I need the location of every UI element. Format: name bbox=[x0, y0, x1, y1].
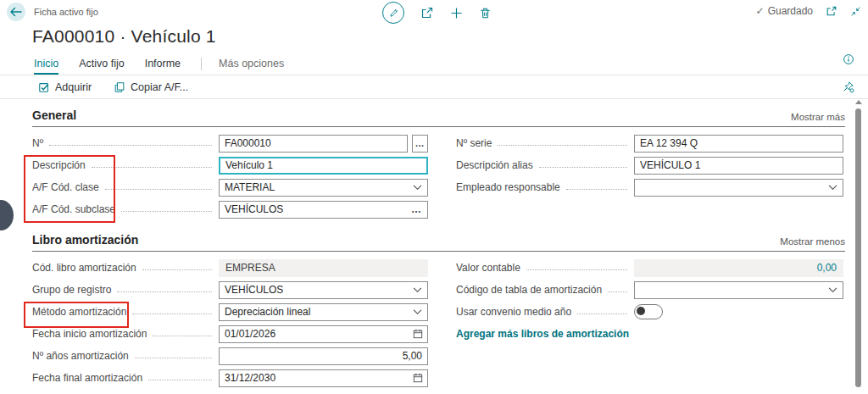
tab-divider bbox=[201, 58, 202, 70]
metodo-amortizacion-dropdown[interactable]: Depreciación lineal bbox=[219, 303, 428, 321]
field-codigo-tabla: Código de tabla de amortización bbox=[456, 279, 843, 301]
dotted-leader bbox=[92, 167, 212, 168]
copy-icon bbox=[114, 81, 125, 93]
af-cod-subclase-lookup[interactable]: VEHÍCULOS … bbox=[219, 201, 428, 219]
save-status: ✓ Guardado bbox=[756, 5, 813, 17]
tab-strip: Inicio Activo fijo Informe Más opciones bbox=[0, 47, 868, 75]
share-icon bbox=[420, 6, 434, 19]
field-grupo-registro: Grupo de registro VEHÍCULOS bbox=[32, 279, 428, 301]
scrollbar-thumb[interactable] bbox=[855, 108, 861, 387]
field-af-cod-subclase: A/F Cód. subclase VEHÍCULOS … bbox=[32, 198, 428, 220]
show-more-link[interactable]: Mostrar más bbox=[791, 112, 845, 122]
delete-button[interactable] bbox=[479, 7, 492, 19]
copiar-af-action[interactable]: Copiar A/F... bbox=[114, 81, 188, 93]
agregar-libros-link[interactable]: Agregar más libros de amortización bbox=[456, 328, 629, 340]
tab-inicio[interactable]: Inicio bbox=[34, 58, 58, 75]
af-cod-subclase-label: A/F Cód. subclase bbox=[32, 203, 115, 215]
show-less-link[interactable]: Mostrar menos bbox=[780, 236, 845, 247]
page-title: FA000010 · Vehículo 1 bbox=[32, 26, 868, 47]
af-cod-clase-dropdown[interactable]: MATERIAL bbox=[219, 179, 428, 197]
dotted-leader bbox=[608, 291, 627, 292]
field-metodo-amortizacion: Método amortización Depreciación lineal bbox=[32, 301, 428, 323]
adquirir-label: Adquirir bbox=[55, 81, 92, 93]
codigo-tabla-dropdown[interactable] bbox=[634, 281, 843, 299]
descripcion-input[interactable] bbox=[219, 157, 428, 175]
check-icon: ✓ bbox=[756, 5, 765, 17]
fasttab-content: General Mostrar más Nº … Descripción bbox=[0, 108, 868, 389]
section-libro-amortizacion: Libro amortización Mostrar menos Cód. li… bbox=[32, 233, 845, 389]
field-fecha-inicio: Fecha inicio amortización bbox=[32, 323, 428, 345]
dotted-leader bbox=[142, 269, 212, 270]
dotted-leader bbox=[566, 189, 627, 190]
copiar-af-label: Copiar A/F... bbox=[131, 81, 188, 93]
ellipsis-icon: … bbox=[411, 205, 422, 214]
pin-button[interactable] bbox=[842, 80, 854, 93]
grupo-registro-dropdown[interactable]: VEHÍCULOS bbox=[219, 281, 428, 299]
collapse-icon bbox=[850, 6, 861, 17]
dotted-leader bbox=[49, 145, 212, 146]
af-cod-subclase-value: VEHÍCULOS bbox=[225, 203, 411, 215]
collapse-button[interactable] bbox=[850, 6, 861, 17]
fecha-inicio-input[interactable] bbox=[219, 325, 428, 343]
field-add-books-link: Agregar más libros de amortización bbox=[456, 323, 843, 345]
pencil-icon bbox=[388, 8, 399, 19]
valor-contable-value[interactable]: 0,00 bbox=[641, 262, 837, 274]
field-af-cod-clase: A/F Cód. clase MATERIAL bbox=[32, 176, 428, 198]
fecha-final-input[interactable] bbox=[219, 369, 428, 387]
tab-activo-fijo[interactable]: Activo fijo bbox=[79, 58, 125, 75]
new-button[interactable] bbox=[450, 7, 463, 19]
af-cod-clase-label: A/F Cód. clase bbox=[32, 181, 99, 193]
no-input[interactable] bbox=[219, 135, 408, 153]
chevron-down-icon bbox=[413, 309, 422, 315]
tab-mas-opciones[interactable]: Más opciones bbox=[219, 58, 284, 75]
info-icon bbox=[843, 53, 854, 65]
dotted-leader bbox=[153, 336, 212, 336]
adquirir-action[interactable]: Adquirir bbox=[38, 81, 92, 93]
calendar-icon[interactable] bbox=[413, 329, 423, 339]
dotted-leader bbox=[577, 314, 627, 314]
popout-button[interactable] bbox=[826, 5, 837, 17]
pin-icon bbox=[842, 80, 854, 93]
ellipsis-icon: … bbox=[415, 140, 426, 147]
field-cod-libro: Cód. libro amortización EMPRESA bbox=[32, 257, 428, 279]
dotted-leader bbox=[148, 380, 212, 380]
cod-libro-label: Cód. libro amortización bbox=[32, 262, 136, 274]
no-assist-button[interactable]: … bbox=[412, 135, 428, 153]
no-serie-input[interactable] bbox=[634, 135, 843, 153]
chevron-down-icon bbox=[413, 287, 422, 293]
valor-contable-box: 0,00 bbox=[634, 259, 843, 277]
descripcion-alias-input[interactable] bbox=[634, 157, 843, 175]
general-section-title[interactable]: General bbox=[32, 108, 76, 122]
grupo-registro-label: Grupo de registro bbox=[32, 284, 111, 296]
calendar-icon[interactable] bbox=[413, 373, 423, 383]
field-descripcion: Descripción bbox=[32, 154, 428, 176]
plus-icon bbox=[450, 7, 463, 19]
top-bar: Ficha activo fijo ✓ Guardado bbox=[0, 0, 868, 24]
fecha-inicio-label: Fecha inicio amortización bbox=[32, 328, 147, 340]
field-descripcion-alias: Descripción alias bbox=[456, 154, 843, 176]
field-empleado-responsable: Empleado responsable bbox=[456, 176, 843, 198]
cod-libro-text: EMPRESA bbox=[225, 262, 275, 274]
field-fecha-final: Fecha final amortización bbox=[32, 367, 428, 389]
vertical-scrollbar[interactable] bbox=[854, 98, 864, 394]
usar-convenio-toggle[interactable] bbox=[634, 304, 663, 319]
usar-convenio-label: Usar convenio medio año bbox=[456, 306, 571, 318]
share-button[interactable] bbox=[420, 6, 434, 19]
empleado-responsable-dropdown[interactable] bbox=[634, 179, 843, 197]
anos-amortizacion-input[interactable] bbox=[219, 347, 428, 365]
edit-button[interactable] bbox=[382, 2, 404, 24]
action-bar: Adquirir Copiar A/F... bbox=[0, 75, 868, 99]
info-button[interactable] bbox=[843, 53, 854, 65]
dotted-leader bbox=[105, 189, 212, 190]
field-no: Nº … bbox=[32, 132, 428, 154]
popout-icon bbox=[826, 5, 837, 17]
trash-icon bbox=[479, 7, 492, 19]
tab-informe[interactable]: Informe bbox=[145, 58, 181, 75]
cod-libro-value: EMPRESA bbox=[219, 259, 428, 277]
acquire-checkbox-icon bbox=[38, 81, 50, 93]
back-button[interactable] bbox=[7, 3, 25, 21]
scroll-up-arrow-icon[interactable] bbox=[855, 100, 862, 104]
libro-section-title[interactable]: Libro amortización bbox=[32, 233, 138, 247]
section-general: General Mostrar más Nº … Descripción bbox=[32, 108, 845, 220]
dotted-leader bbox=[132, 314, 212, 314]
